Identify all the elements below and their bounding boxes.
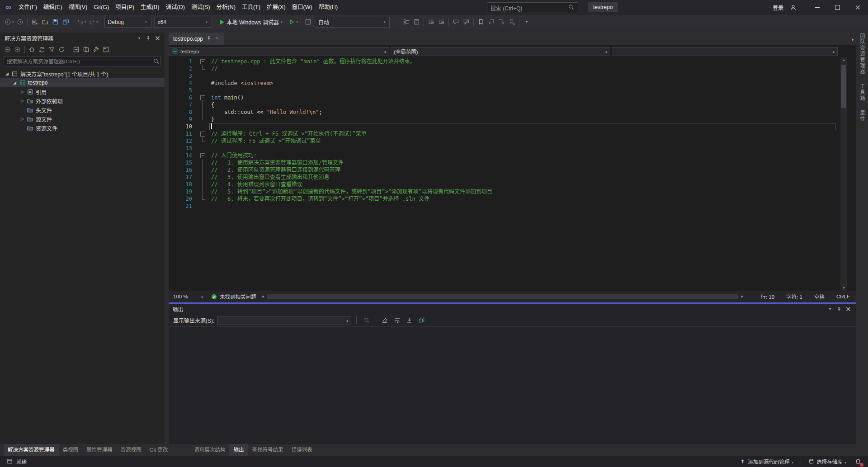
close-icon[interactable] (844, 305, 853, 314)
tree-item[interactable]: ▷外部依赖项 (0, 96, 165, 105)
comment-icon[interactable] (451, 17, 461, 27)
navigate-forward-icon[interactable] (13, 45, 22, 54)
toolbar-options-icon[interactable]: ▾ (521, 17, 532, 27)
auto-hide-tab[interactable]: 工具箱 (859, 84, 866, 101)
dropdown-caret-icon[interactable]: ▾ (296, 20, 298, 24)
debug-target-combobox[interactable]: 自动▾ (315, 17, 390, 28)
refresh-icon[interactable] (57, 45, 66, 54)
line-number[interactable]: 14 (169, 152, 198, 159)
tool-tab[interactable]: 解决方案资源管理器 (4, 444, 59, 456)
menu-item-3[interactable]: 视图(V) (65, 0, 90, 15)
preview-icon[interactable] (101, 45, 111, 54)
menu-item-9[interactable]: 分析(N) (213, 0, 239, 15)
chevron-down-icon[interactable]: ▾ (135, 34, 144, 43)
find-icon[interactable] (362, 315, 372, 325)
quick-search-box[interactable]: 搜索 (Ctrl+Q) (487, 2, 578, 13)
notifications-bell-button[interactable] (854, 457, 863, 466)
auto-hide-tab[interactable]: 属性 (859, 110, 866, 122)
minimize-button[interactable] (807, 0, 827, 15)
tool-tab[interactable]: 资源视图 (117, 444, 146, 456)
collapse-all-icon[interactable] (71, 45, 81, 54)
menu-item-5[interactable]: 项目(P) (112, 0, 137, 15)
output-source-combobox[interactable]: ▾ (217, 316, 351, 325)
code-editor[interactable]: 1−// testrepo.cpp : 此文件包含 "main" 函数。程序执行… (169, 57, 856, 291)
tool-tab[interactable]: 属性管理器 (82, 444, 117, 456)
line-number[interactable]: 15 (169, 159, 198, 166)
code-health-indicator[interactable]: 未找到相关问题 (211, 293, 256, 300)
code-text[interactable] (209, 123, 835, 130)
open-new-window-icon[interactable] (416, 315, 427, 325)
horizontal-scrollbar[interactable]: ◀ ▶ (260, 294, 745, 299)
configuration-combobox[interactable]: Debug▾ (104, 17, 151, 28)
close-icon[interactable] (153, 34, 162, 43)
navigate-back-icon[interactable] (3, 17, 13, 27)
code-text[interactable]: // 5. 转到“项目”>“添加新项”以创建新的代码文件，或转到“项目”>“添加… (209, 188, 838, 195)
code-text[interactable]: // 6. 将来，若要再次打开此项目，请转到“文件”>“打开”>“项目”并选择 … (209, 195, 838, 203)
code-text[interactable] (209, 72, 838, 80)
line-number[interactable]: 13 (169, 145, 198, 152)
dropdown-caret-icon[interactable]: ▾ (12, 20, 14, 24)
line-number[interactable]: 11 (169, 130, 198, 137)
tree-item[interactable]: ▷引用 (0, 87, 165, 96)
tree-item[interactable]: 头文件 (0, 105, 165, 114)
code-text[interactable] (209, 87, 838, 94)
menu-item-6[interactable]: 生成(B) (137, 0, 163, 15)
previous-bookmark-icon[interactable] (486, 17, 496, 27)
scrollbar-thumb[interactable] (267, 294, 739, 299)
tree-item[interactable]: ◢++testrepo (0, 78, 165, 87)
caret-line-indicator[interactable]: 行: 10 (760, 293, 774, 300)
tree-item[interactable]: 资源文件 (0, 123, 165, 132)
tool-tab[interactable]: 类视图 (59, 444, 83, 456)
fold-marker-icon[interactable]: − (200, 95, 205, 100)
code-text[interactable]: std::cout << "Hello World!\n"; (209, 108, 838, 116)
indentation-indicator[interactable]: 空格 (814, 293, 825, 300)
run-outline-icon[interactable] (287, 17, 297, 27)
tab-list-icon[interactable]: ▾ (852, 35, 854, 43)
line-number[interactable]: 9 (169, 116, 198, 123)
code-text[interactable]: // 运行程序: Ctrl + F5 或调试 >“开始执行(不调试)”菜单 (209, 130, 838, 137)
line-number[interactable]: 16 (169, 166, 198, 174)
line-ending-indicator[interactable]: CRLF (836, 294, 850, 299)
indent-increase-icon[interactable] (436, 17, 447, 27)
line-number[interactable]: 8 (169, 108, 198, 116)
tree-collapsed-arrow-icon[interactable]: ▷ (19, 90, 26, 94)
code-text[interactable]: int main() (209, 94, 838, 101)
tree-expanded-arrow-icon[interactable]: ◢ (4, 71, 10, 76)
new-project-icon[interactable] (29, 17, 40, 27)
fold-marker-icon[interactable]: − (200, 153, 205, 158)
platform-combobox[interactable]: x64▾ (154, 17, 212, 28)
clear-all-icon[interactable] (380, 315, 390, 325)
save-icon[interactable] (50, 17, 61, 27)
line-number[interactable]: 4 (169, 80, 198, 87)
line-number[interactable]: 5 (169, 87, 198, 94)
document-tab-testrepo-cpp[interactable]: testrepo.cpp (169, 33, 224, 45)
menu-item-12[interactable]: 窗口(W) (289, 0, 316, 15)
scrollbar-thumb[interactable] (841, 65, 846, 108)
line-number[interactable]: 18 (169, 181, 198, 188)
line-number[interactable]: 12 (169, 137, 198, 145)
project-combobox[interactable]: ++testrepo ▾ (169, 47, 389, 56)
start-debugging-button[interactable]: 本地 Windows 调试器▾ (216, 17, 287, 28)
fold-gutter[interactable]: − (198, 130, 209, 137)
vertical-scrollbar[interactable]: ▲ ▼ (840, 57, 847, 291)
auto-hide-tab[interactable]: 团队资源管理器 (859, 33, 866, 75)
solution-explorer-search[interactable] (4, 56, 161, 66)
menu-item-7[interactable]: 调试(D) (163, 0, 188, 15)
add-to-source-control-button[interactable]: 添加到源代码管理 ▴ (740, 458, 793, 465)
fold-gutter[interactable]: − (198, 94, 209, 101)
uncomment-icon[interactable] (461, 17, 472, 27)
home-icon[interactable] (27, 45, 37, 54)
user-profile-icon[interactable] (787, 0, 799, 15)
properties-icon[interactable] (91, 45, 101, 54)
tool-tab[interactable]: 输出 (229, 444, 248, 456)
code-text[interactable]: // 2. 使用团队资源管理器窗口连接到源代码管理 (209, 166, 838, 174)
fold-marker-icon[interactable]: − (200, 59, 205, 64)
parameter-info-icon[interactable] (411, 17, 422, 27)
code-text[interactable]: // (209, 65, 838, 72)
scroll-right-icon[interactable]: ▶ (739, 294, 745, 299)
indent-decrease-icon[interactable] (426, 17, 436, 27)
member-list-icon[interactable] (401, 17, 411, 27)
code-text[interactable]: // 4. 使用错误列表窗口查看错误 (209, 181, 838, 188)
line-number[interactable]: 21 (169, 203, 198, 210)
code-text[interactable]: } (209, 116, 838, 123)
